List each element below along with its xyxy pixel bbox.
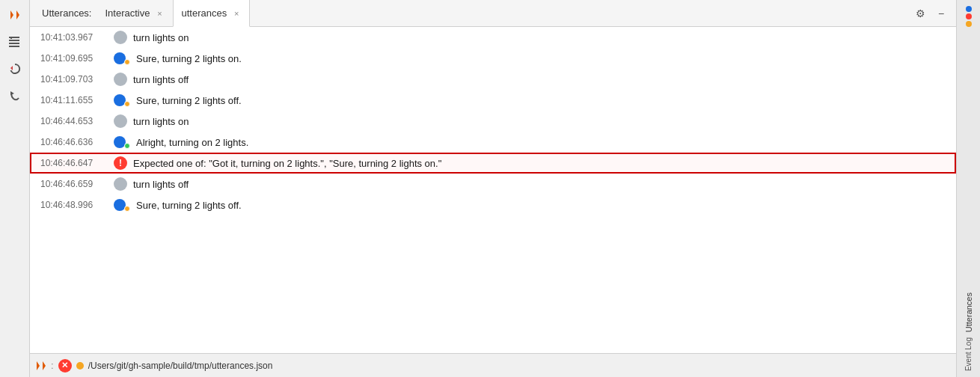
left-sidebar bbox=[0, 0, 30, 377]
minimize-icon[interactable]: − bbox=[932, 4, 950, 22]
utterance-row: 10:41:09.695 Sure, turning 2 lights on. bbox=[30, 48, 956, 69]
timestamp: 10:46:44.653 bbox=[40, 116, 108, 126]
utterance-text: Sure, turning 2 lights off. bbox=[136, 95, 242, 106]
timestamp: 10:46:46.647 bbox=[40, 158, 108, 168]
svg-rect-3 bbox=[9, 40, 19, 41]
timestamp: 10:46:48.996 bbox=[40, 200, 108, 210]
utterance-row: 10:46:46.636 Alright, turning on 2 light… bbox=[30, 132, 956, 153]
utterance-text: Sure, turning 2 lights off. bbox=[136, 200, 242, 211]
human-avatar bbox=[114, 177, 127, 191]
tab-interactive-label: Interactive bbox=[105, 7, 150, 19]
refresh-icon[interactable] bbox=[4, 58, 25, 79]
svg-marker-1 bbox=[16, 10, 19, 19]
human-avatar bbox=[114, 31, 127, 44]
main-area: Utterances: Interactive × utterances × ⚙… bbox=[30, 0, 956, 377]
bot-avatar bbox=[114, 52, 130, 65]
status-error-icon: ✕ bbox=[58, 359, 72, 373]
tab-interactive-close[interactable]: × bbox=[154, 8, 165, 19]
status-bar: : ✕ /Users/git/gh-sample/build/tmp/utter… bbox=[30, 353, 956, 377]
utterances-static-label: Utterances: bbox=[36, 7, 97, 19]
svg-marker-9 bbox=[37, 361, 40, 370]
list-icon[interactable] bbox=[4, 31, 25, 52]
utterance-text: Alright, turning on 2 lights. bbox=[136, 137, 248, 148]
utterance-text: turn lights off bbox=[133, 74, 189, 85]
utterance-row: 10:41:09.703 turn lights off bbox=[30, 69, 956, 90]
dot-blue bbox=[966, 6, 972, 12]
utterance-text: Sure, turning 2 lights on. bbox=[136, 53, 242, 64]
utterance-text: turn lights on bbox=[133, 32, 189, 43]
utterance-row: 10:46:44.653 turn lights on bbox=[30, 111, 956, 132]
timestamp: 10:41:09.703 bbox=[40, 74, 108, 85]
bot-avatar bbox=[114, 198, 130, 212]
right-sidebar-label: Utterances bbox=[964, 292, 973, 332]
utterance-row: 10:41:11.655 Sure, turning 2 lights off. bbox=[30, 90, 956, 111]
svg-rect-5 bbox=[9, 46, 19, 47]
right-sidebar: Utterances Event Log bbox=[956, 0, 980, 377]
timestamp: 10:46:46.659 bbox=[40, 179, 108, 189]
utterance-row: 10:46:48.996 Sure, turning 2 lights off. bbox=[30, 194, 956, 215]
timestamp: 10:41:11.655 bbox=[40, 95, 108, 105]
svg-rect-6 bbox=[10, 37, 12, 39]
human-avatar bbox=[114, 114, 127, 128]
tab-interactive[interactable]: Interactive × bbox=[97, 0, 173, 27]
bot-avatar bbox=[114, 94, 130, 107]
utterance-text-error: Expected one of: "Got it, turning on 2 l… bbox=[133, 158, 441, 169]
utterance-text: turn lights on bbox=[133, 116, 189, 127]
tab-utterances-close[interactable]: × bbox=[231, 8, 242, 19]
tab-utterances-label: utterances bbox=[181, 7, 227, 19]
utterance-row: 10:46:46.659 turn lights off bbox=[30, 174, 956, 194]
status-play-icon[interactable] bbox=[36, 361, 46, 371]
human-avatar bbox=[114, 73, 127, 86]
settings-icon[interactable]: ⚙ bbox=[911, 4, 929, 22]
status-dot-yellow bbox=[76, 362, 84, 370]
svg-marker-0 bbox=[10, 10, 13, 19]
dot-red bbox=[966, 13, 972, 19]
svg-rect-4 bbox=[9, 43, 19, 44]
timestamp: 10:41:03.967 bbox=[40, 32, 108, 43]
dot-yellow bbox=[966, 21, 972, 27]
play-icon[interactable] bbox=[4, 4, 25, 25]
status-divider: : bbox=[51, 360, 54, 371]
event-log-label[interactable]: Event Log bbox=[964, 337, 973, 371]
status-file-path: /Users/git/gh-sample/build/tmp/utterance… bbox=[88, 361, 273, 371]
error-icon: ! bbox=[114, 156, 127, 170]
svg-marker-7 bbox=[10, 66, 13, 70]
utterances-list: 10:41:03.967 turn lights on 10:41:09.695… bbox=[30, 27, 956, 353]
tab-bar: Utterances: Interactive × utterances × ⚙… bbox=[30, 0, 956, 27]
svg-marker-8 bbox=[10, 91, 14, 95]
utterance-text: turn lights off bbox=[133, 179, 189, 190]
bot-avatar bbox=[114, 135, 130, 149]
undo-icon[interactable] bbox=[4, 85, 25, 106]
tab-utterances[interactable]: utterances × bbox=[173, 0, 250, 27]
utterance-row-error: 10:46:46.647 ! Expected one of: "Got it,… bbox=[30, 153, 956, 174]
sidebar-dots bbox=[966, 6, 972, 27]
tab-bar-actions: ⚙ − bbox=[911, 4, 956, 22]
timestamp: 10:41:09.695 bbox=[40, 53, 108, 64]
timestamp: 10:46:46.636 bbox=[40, 137, 108, 147]
utterance-row: 10:41:03.967 turn lights on bbox=[30, 27, 956, 48]
svg-marker-10 bbox=[43, 361, 46, 370]
